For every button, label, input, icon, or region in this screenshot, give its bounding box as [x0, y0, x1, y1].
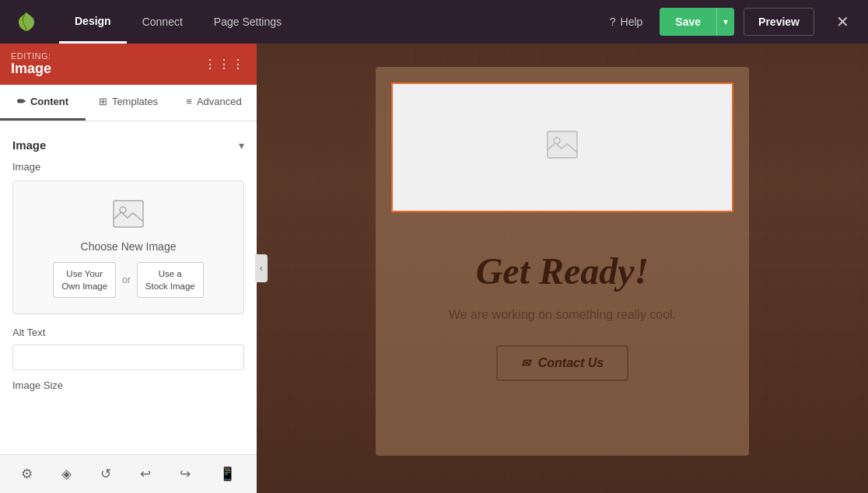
canvas-area: Get Ready! We are working on something r…: [257, 44, 868, 493]
envelope-icon: ✉: [521, 357, 530, 369]
image-upload-box[interactable]: Choose New Image Use Your Own Image or U…: [12, 180, 244, 314]
help-icon: ?: [610, 16, 616, 28]
editing-element-title: Image: [11, 61, 51, 77]
svg-rect-0: [114, 201, 143, 227]
image-section-title: Image: [12, 138, 46, 152]
get-ready-heading: Get Ready!: [407, 251, 718, 292]
sidebar-collapse-handle[interactable]: ‹: [255, 254, 268, 282]
canvas-image-placeholder-icon: [547, 131, 578, 164]
svg-rect-2: [548, 131, 577, 158]
nav-design[interactable]: Design: [59, 0, 127, 44]
or-separator: or: [122, 274, 131, 285]
editing-title-group: EDITING: Image: [11, 51, 51, 77]
close-button[interactable]: ✕: [830, 9, 856, 34]
topbar: Design Connect Page Settings ? Help Save…: [0, 0, 868, 44]
tab-templates[interactable]: ⊞ Templates: [86, 85, 171, 121]
app-logo: [12, 8, 40, 36]
page-card: Get Ready! We are working on something r…: [376, 67, 749, 456]
section-collapse-icon[interactable]: ▾: [239, 139, 244, 152]
main-area: EDITING: Image ⋮⋮⋮ ✏ Content ⊞ Templates…: [0, 44, 868, 493]
topbar-nav: Design Connect Page Settings: [59, 0, 602, 44]
image-field-label: Image: [12, 161, 244, 173]
image-placeholder-icon: [113, 200, 144, 234]
editing-header: EDITING: Image ⋮⋮⋮: [0, 44, 257, 85]
preview-button[interactable]: Preview: [744, 8, 814, 36]
alt-text-label: Alt Text: [12, 327, 244, 338]
topbar-right: ? Help Save ▾ Preview ✕: [602, 8, 856, 36]
image-btn-row: Use Your Own Image or Use a Stock Image: [53, 262, 203, 298]
use-own-image-button[interactable]: Use Your Own Image: [53, 262, 116, 298]
layers-icon[interactable]: ◈: [55, 460, 78, 488]
save-dropdown-button[interactable]: ▾: [716, 8, 734, 36]
contact-us-button[interactable]: ✉ Contact Us: [496, 345, 628, 381]
choose-image-label: Choose New Image: [81, 240, 177, 253]
tab-content[interactable]: ✏ Content: [0, 85, 86, 121]
advanced-tab-icon: ≡: [186, 96, 192, 107]
sidebar-bottom-toolbar: ⚙ ◈ ↺ ↩ ↪ 📱: [0, 454, 257, 493]
templates-tab-icon: ⊞: [99, 96, 107, 107]
mobile-icon[interactable]: 📱: [213, 460, 242, 488]
alt-text-input[interactable]: [12, 344, 244, 370]
nav-page-settings[interactable]: Page Settings: [198, 0, 297, 44]
save-button[interactable]: Save: [660, 8, 716, 36]
sidebar-tabs: ✏ Content ⊞ Templates ≡ Advanced: [0, 85, 257, 121]
history-icon[interactable]: ↺: [94, 460, 117, 488]
image-inner: [393, 84, 732, 211]
editing-label: EDITING:: [11, 51, 51, 61]
tab-advanced[interactable]: ≡ Advanced: [171, 85, 257, 121]
undo-icon[interactable]: ↩: [134, 460, 157, 488]
image-section-header: Image ▾: [12, 134, 244, 161]
nav-connect[interactable]: Connect: [127, 0, 198, 44]
selected-image-element[interactable]: [391, 82, 733, 212]
settings-icon[interactable]: ⚙: [15, 460, 39, 488]
save-btn-group: Save ▾: [660, 8, 734, 36]
redo-icon[interactable]: ↪: [173, 460, 197, 488]
sidebar: EDITING: Image ⋮⋮⋮ ✏ Content ⊞ Templates…: [0, 44, 257, 493]
use-stock-image-button[interactable]: Use a Stock Image: [137, 262, 204, 298]
help-button[interactable]: ? Help: [602, 11, 651, 33]
content-tab-icon: ✏: [17, 96, 26, 107]
image-size-label: Image Size: [12, 379, 244, 391]
subtitle-text: We are working on something really cool.: [407, 308, 718, 322]
sidebar-content: Image ▾ Image Choose New Image Use Your …: [0, 121, 257, 454]
page-content: Get Ready! We are working on something r…: [376, 228, 749, 412]
editing-dots-menu[interactable]: ⋮⋮⋮: [204, 57, 246, 72]
